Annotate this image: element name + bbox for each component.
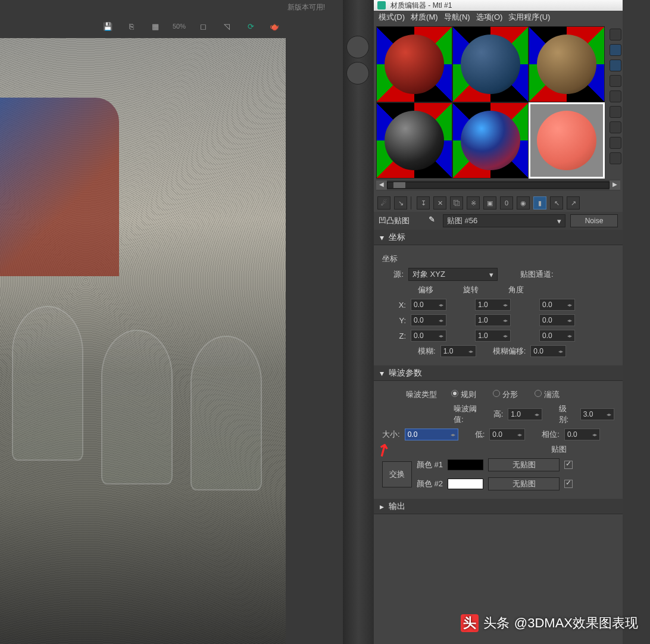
y-offset-spinner[interactable]: 0.0◂▸ [411, 314, 446, 326]
sample-slot[interactable] [529, 26, 605, 102]
menu-options[interactable]: 选项(O) [476, 12, 503, 23]
x-tiling-spinner[interactable]: 1.0◂▸ [475, 299, 511, 311]
refresh-icon[interactable]: ⟳ [244, 20, 257, 33]
noise-type-label: 噪波类型 [406, 389, 437, 400]
assign-icon[interactable]: ↧ [417, 196, 430, 210]
copy-icon[interactable]: ⎘ [125, 20, 138, 33]
viewport-nav-icon[interactable] [346, 62, 369, 85]
go-parent-icon[interactable]: ↖ [550, 196, 563, 210]
blur-offset-spinner[interactable]: 0.0◂▸ [530, 345, 566, 357]
backlight-icon[interactable] [610, 44, 621, 56]
noise-rollup: ▾ 噪波参数 噪波类型 规则 分形 湍流 噪波阈值: 高: 1.0◂▸ 级别: … [374, 365, 623, 499]
phase-spinner[interactable]: 0.0◂▸ [564, 429, 600, 440]
material-toolbar: ☄ ↘ ↧ ✕ ⿻ ※ ▣ 0 ◉ ▮ ↖ ↗ [374, 194, 623, 212]
make-unique-icon[interactable]: ※ [467, 196, 480, 210]
radio-turbulence[interactable] [535, 390, 542, 397]
pointer-icon[interactable]: ◹ [220, 20, 233, 33]
window-icon[interactable]: ◻ [196, 20, 210, 33]
menu-navigate[interactable]: 导航(N) [444, 12, 470, 23]
source-dropdown[interactable]: 对象 XYZ▾ [408, 268, 498, 281]
blur-offset-label: 模糊偏移: [493, 346, 526, 357]
go-forward-icon[interactable]: ↗ [567, 196, 580, 210]
map-channel-label: 贴图通道: [520, 269, 554, 280]
menu-material[interactable]: 材质(M) [411, 12, 438, 23]
sample-type-icon[interactable] [610, 29, 621, 40]
menu-mode[interactable]: 模式(D) [379, 12, 405, 23]
blur-spinner[interactable]: 1.0◂▸ [440, 345, 476, 357]
color2-map-button[interactable]: 无贴图 [488, 477, 560, 490]
maps-col-label: 贴图 [551, 444, 567, 455]
x-angle-spinner[interactable]: 0.0◂▸ [539, 299, 575, 311]
low-label: 低: [475, 429, 485, 440]
options-icon[interactable] [610, 121, 621, 133]
viewport-nav-icon[interactable] [346, 36, 369, 58]
levels-spinner[interactable]: 3.0◂▸ [580, 408, 614, 420]
sample-slot-selected[interactable] [529, 102, 605, 179]
background-icon[interactable] [610, 60, 621, 71]
low-spinner[interactable]: 0.0◂▸ [489, 429, 525, 440]
source-label: 源: [382, 269, 404, 280]
swap-button[interactable]: 交换 [382, 461, 412, 487]
color2-map-checkbox[interactable] [564, 480, 573, 488]
scroll-right-icon[interactable]: ▶ [610, 180, 620, 190]
preview-icon[interactable] [610, 106, 621, 118]
show-end-result-icon[interactable]: ▮ [533, 196, 546, 210]
high-spinner[interactable]: 1.0◂▸ [508, 408, 542, 420]
col-offset: 偏移 [418, 285, 433, 295]
sample-slots [374, 24, 623, 179]
z-angle-spinner[interactable]: 0.0◂▸ [539, 330, 575, 342]
sample-slot[interactable] [452, 26, 529, 102]
window-titlebar[interactable]: 材质编辑器 - Mtl #1 [374, 0, 623, 11]
video-check-icon[interactable] [610, 90, 621, 102]
material-id-icon[interactable]: 0 [500, 196, 513, 210]
save-icon[interactable]: 💾 [101, 20, 114, 33]
render-output-image [0, 38, 286, 644]
radio-fractal[interactable] [493, 390, 500, 397]
output-rollup: ▸ 输出 [374, 499, 623, 514]
menu-utilities[interactable]: 实用程序(U) [508, 12, 550, 23]
sample-slot[interactable] [376, 26, 452, 102]
scroll-left-icon[interactable]: ◀ [376, 180, 387, 190]
z-tiling-spinner[interactable]: 1.0◂▸ [475, 330, 511, 342]
map-channel-label: 凹凸贴图 [379, 215, 420, 226]
x-offset-spinner[interactable]: 0.0◂▸ [411, 299, 446, 311]
coords-subtitle: 坐标 [382, 254, 398, 264]
high-label: 高: [493, 409, 504, 420]
put-material-icon[interactable]: ↘ [394, 196, 407, 210]
render-toolbar: 💾 ⎘ ▦ 50% ◻ ◹ ⟳ 🫖 [0, 14, 343, 38]
radio-regular[interactable] [451, 390, 458, 397]
color2-swatch[interactable] [448, 479, 483, 489]
sample-scrollbar[interactable]: ◀ ▶ [376, 180, 620, 190]
material-map-icon[interactable] [610, 152, 621, 164]
sample-slot[interactable] [376, 102, 452, 179]
put-library-icon[interactable]: ▣ [483, 196, 496, 210]
reset-icon[interactable]: ✕ [433, 196, 446, 210]
teapot-icon[interactable]: 🫖 [268, 20, 281, 33]
show-map-icon[interactable]: ◉ [517, 196, 530, 210]
make-copy-icon[interactable]: ⿻ [450, 196, 463, 210]
region-icon[interactable]: ▦ [149, 20, 162, 33]
y-angle-spinner[interactable]: 0.0◂▸ [539, 314, 575, 326]
y-tiling-spinner[interactable]: 1.0◂▸ [475, 314, 511, 326]
z-offset-spinner[interactable]: 0.0◂▸ [411, 330, 446, 342]
picker-icon[interactable]: ✎ [425, 215, 438, 227]
map-type-button[interactable]: Noise [570, 214, 618, 227]
color1-map-checkbox[interactable] [564, 461, 573, 469]
sample-uv-icon[interactable] [610, 75, 621, 87]
map-name-dropdown[interactable]: 贴图 #56 ▾ [443, 214, 565, 227]
rollup-header[interactable]: ▾ 噪波参数 [374, 365, 623, 381]
watermark-logo-icon: 头 [461, 614, 479, 632]
size-spinner[interactable]: 0.0◂▸ [405, 429, 458, 440]
rollup-header[interactable]: ▾ 坐标 [374, 230, 623, 245]
sample-slot[interactable] [452, 102, 529, 179]
viewport-divider [343, 0, 374, 644]
select-icon[interactable] [610, 137, 621, 149]
rollup-header[interactable]: ▸ 输出 [374, 499, 623, 514]
material-editor-window: 材质编辑器 - Mtl #1 模式(D) 材质(M) 导航(N) 选项(O) 实… [374, 0, 623, 644]
watermark-brand: 头条 [483, 614, 510, 632]
color1-swatch[interactable] [448, 459, 483, 470]
get-material-icon[interactable]: ☄ [377, 196, 390, 210]
size-label: 大小: [382, 429, 400, 440]
chevron-down-icon: ▾ [489, 270, 493, 279]
color1-map-button[interactable]: 无贴图 [488, 458, 560, 471]
